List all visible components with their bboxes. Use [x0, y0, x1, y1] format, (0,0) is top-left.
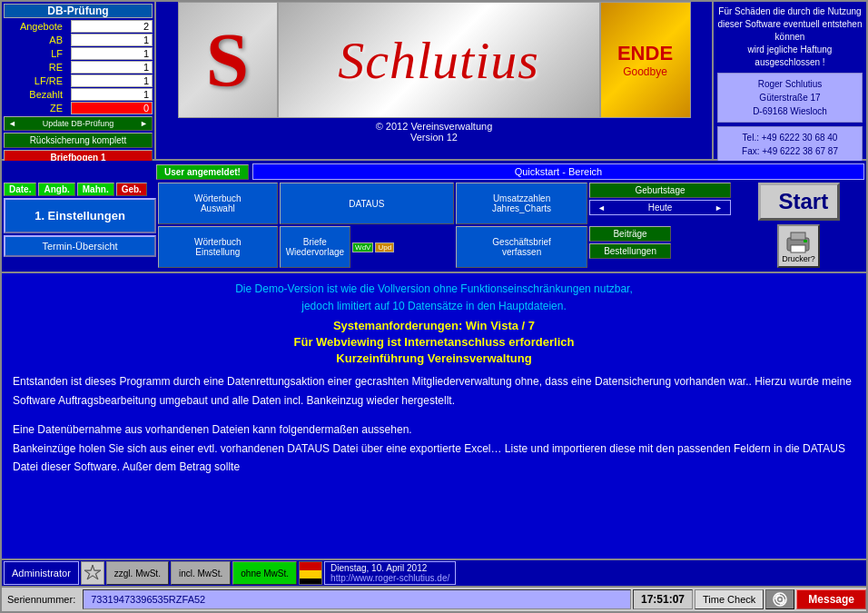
db-value-lfre: 1 [71, 74, 153, 87]
geschaeftsbrief-button[interactable]: Geschäftsbrief verfassen [456, 226, 587, 268]
main-content: Die Demo-Version ist wie die Vollversion… [2, 273, 866, 559]
ohne-mwst-button[interactable]: ohne MwSt. [232, 561, 297, 585]
message-button[interactable]: Message [796, 589, 866, 609]
update-db-button[interactable]: ◄ Update DB-Prüfung ► [4, 116, 153, 131]
fingerprint-button[interactable] [765, 589, 794, 609]
nav-buttons-grid: Wörterbuch Auswahl DATAUS Umsatzzahlen J… [158, 183, 731, 268]
contact-tel: Tel.: +49 6222 30 68 40 [722, 131, 858, 144]
date-display: Dienstag, 10. April 2012 [330, 563, 449, 573]
start-col: Start Drucker? [733, 183, 864, 268]
logo-s-container: S [179, 2, 279, 118]
demo-notice: Die Demo-Version ist wie die Vollversion… [13, 281, 855, 315]
db-label-lf: LF [4, 48, 63, 59]
date-button[interactable]: Date. [4, 183, 36, 196]
toolbar-row2: Date. Angb. Mahn. Geb. 1. Einstellungen … [2, 181, 866, 270]
contact-city: D-69168 Wiesloch [722, 104, 858, 118]
zzgl-mwst-button[interactable]: zzgl. MwSt. [106, 561, 169, 585]
date-area: Dienstag, 10. April 2012 http://www.roge… [324, 561, 456, 585]
logo-text: Schlutius [279, 30, 599, 91]
einstellungen-button[interactable]: 1. Einstellungen [4, 198, 156, 233]
sys-req: Systemanforderungen: Win Vista / 7 [13, 319, 855, 332]
bestellungen-button[interactable]: Bestellungen [589, 243, 671, 259]
emblem-icon [83, 563, 103, 583]
right-panel: Für Schäden die durch die Nutzung dieser… [712, 2, 866, 159]
db-value-re: 1 [71, 61, 153, 74]
logo-letter-s: S [206, 15, 249, 104]
content-para3: Bankeinzüge holen Sie sich aus einer evt… [13, 440, 855, 477]
status-bar: Administrator zzgl. MwSt. incl. MwSt. oh… [2, 559, 866, 586]
right-nav-col: Geburtstage ◄ Heute ► [589, 183, 731, 224]
db-value-lf: 1 [71, 47, 153, 60]
briefe-button[interactable]: Briefe Wiedervorlage [280, 226, 350, 268]
disclaimer-text: Für Schäden die durch die Nutzung dieser… [717, 5, 863, 69]
woerterbuch-auswahl-button[interactable]: Wörterbuch Auswahl [158, 183, 278, 224]
printer-label: Drucker? [782, 254, 815, 263]
heute-label: Heute [609, 203, 711, 213]
content-para1: Entstanden ist dieses Programm durch ein… [13, 372, 855, 410]
db-value-bezahlt: 1 [71, 88, 153, 101]
db-label-angebote: Angebote [4, 21, 63, 32]
db-value-ze: 0 [71, 102, 153, 114]
beitraege-button[interactable]: Beiträge [589, 226, 671, 242]
db-label-ze: ZE [4, 103, 63, 114]
toolbar-area: User angemeldet! Quickstart - Bereich Da… [2, 161, 866, 273]
wdv-badge: WdV [352, 242, 373, 252]
heute-bar[interactable]: ◄ Heute ► [589, 200, 731, 215]
ende-text: ENDE [617, 42, 673, 65]
serial-value: 73319473396535RZFA52 [83, 589, 631, 609]
flag-icon [299, 561, 322, 585]
db-panel: DB-Prüfung Angebote 2 AB 1 LF 1 RE 1 LF/… [2, 2, 156, 159]
printer-button[interactable]: Drucker? [777, 224, 820, 268]
briefe-btn-group: Briefe Wiedervorlage WdV Upd [280, 226, 454, 268]
mahn-button[interactable]: Mahn. [77, 183, 114, 196]
db-value-ab: 1 [71, 34, 153, 46]
svg-rect-3 [804, 240, 807, 242]
db-value-angebote: 2 [71, 20, 153, 33]
status-icon-badge [81, 561, 104, 585]
kurzein: Kurzeinführung Vereinsverwaltung [13, 351, 855, 365]
left-action-col: Date. Angb. Mahn. Geb. 1. Einstellungen … [4, 183, 156, 268]
fingerprint-icon [772, 591, 788, 608]
center-panel: S Schlutius ENDE Goodbye © 2012 Vereinsv… [156, 2, 712, 159]
rucksicherung-button[interactable]: Rücksicherung komplett [4, 133, 153, 148]
svg-rect-2 [791, 245, 805, 252]
contact-name: Roger Schlutius [722, 77, 858, 91]
ende-sub: Goodbye [623, 65, 667, 78]
db-label-lfre: LF/RE [4, 75, 63, 86]
quickstart-bar: Quickstart - Bereich [252, 163, 864, 180]
action-btns-row: Date. Angb. Mahn. Geb. [4, 183, 156, 196]
time-display: 17:51:07 [633, 589, 693, 609]
mwst-group: zzgl. MwSt. incl. MwSt. ohne MwSt. [106, 561, 297, 585]
time-check-button[interactable]: Time Check [695, 589, 764, 609]
logo-area: S Schlutius ENDE Goodbye [178, 2, 691, 118]
geb-button[interactable]: Geb. [116, 183, 147, 196]
svg-rect-1 [791, 232, 805, 240]
woerterbuch-einst-button[interactable]: Wörterbuch Einstellung [158, 226, 278, 268]
contact-box: Roger Schlutius Güterstraße 17 D-69168 W… [717, 73, 863, 123]
printer-icon [784, 229, 813, 254]
db-label-ab: AB [4, 35, 63, 45]
upd-badge: Upd [375, 242, 394, 252]
start-button[interactable]: Start [758, 183, 840, 221]
svg-point-8 [779, 598, 782, 601]
beitraege-col: Beiträge Bestellungen [589, 226, 731, 268]
version-text: © 2012 VereinsverwaltungVersion 12 [376, 118, 493, 145]
content-para2: Eine Datenübernahme aus vorhandenen Date… [13, 420, 855, 439]
toolbar-row1: User angemeldet! Quickstart - Bereich [2, 163, 866, 181]
incl-mwst-button[interactable]: incl. MwSt. [171, 561, 231, 585]
url-display: http://www.roger-schlutius.de/ [330, 573, 449, 583]
angebot-button[interactable]: Angb. [38, 183, 74, 196]
db-panel-title: DB-Prüfung [4, 4, 153, 18]
contact-fax: Fax: +49 6222 38 67 87 [722, 144, 858, 158]
bottom-bar: Seriennummer: 73319473396535RZFA52 17:51… [2, 586, 866, 611]
dataus-button[interactable]: DATAUS [280, 183, 454, 224]
db-label-re: RE [4, 62, 63, 73]
ende-button[interactable]: ENDE Goodbye [599, 2, 690, 118]
umsatz-button[interactable]: Umsatzzahlen Jahres_Charts [456, 183, 587, 224]
webview-req: Für Webviewing ist Internetanschluss erf… [13, 335, 855, 349]
status-user: Administrator [4, 561, 79, 585]
user-badge: User angemeldet! [156, 164, 249, 180]
geburtstage-button[interactable]: Geburtstage [589, 183, 731, 198]
termin-button[interactable]: Termin-Übersicht [4, 235, 156, 257]
db-label-bezahlt: Bezahlt [4, 89, 63, 100]
